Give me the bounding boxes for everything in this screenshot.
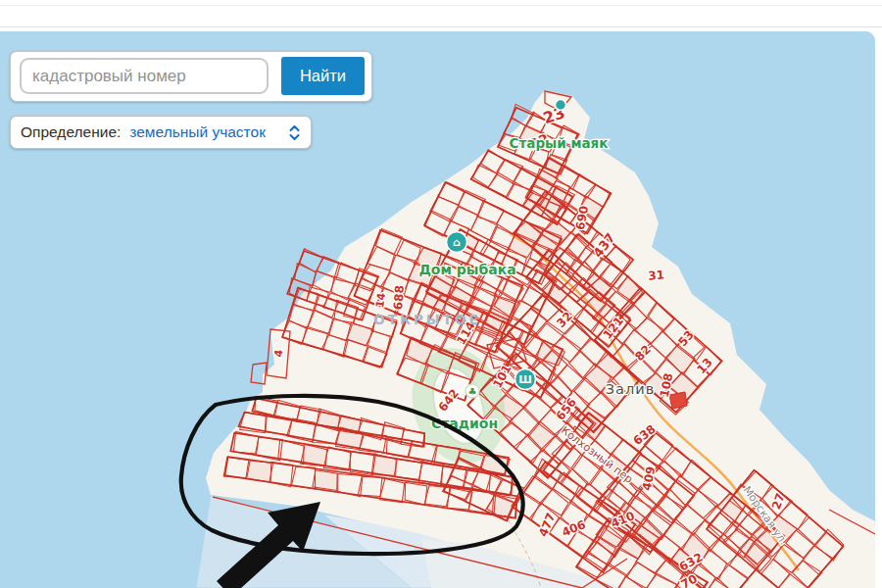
cadastral-parcel (313, 470, 337, 491)
select-chevron-icon (288, 124, 301, 141)
parcel-number-label: 14 (373, 292, 388, 309)
lighthouse-poi[interactable] (556, 100, 566, 111)
top-divider-line (0, 5, 882, 6)
selected-parcel-highlight (669, 392, 687, 409)
svg-text:⌂: ⌂ (453, 236, 461, 249)
parcel-number-label: 688 (391, 285, 407, 311)
school-poi[interactable]: Ш (515, 369, 536, 390)
parcel-number-label: 31 (648, 268, 665, 282)
cadastral-number-input[interactable] (20, 58, 269, 94)
parcel-number-label: 4 (272, 349, 286, 358)
fisherman-house-poi[interactable]: ⌂ (447, 232, 467, 253)
cadastral-map-page: { "search": { "placeholder": "кадастровы… (0, 0, 882, 588)
search-panel: Найти (10, 51, 372, 102)
poi-name-label: Дом рыбака (418, 262, 515, 277)
locality-watermark-label: ОТКРЫТОЕ (373, 312, 481, 327)
stadium-tree-poi[interactable]: ♣ (466, 384, 479, 398)
bay-label: Залив (606, 381, 655, 397)
poi-name-label: Старый маяк (510, 135, 609, 151)
definition-label: Определение: (21, 123, 121, 141)
find-button[interactable]: Найти (281, 57, 365, 95)
definition-panel: Определение: земельный участок (10, 116, 312, 149)
svg-text:Ш: Ш (518, 373, 532, 386)
definition-selected-value: земельный участок (129, 123, 266, 141)
svg-text:♣: ♣ (468, 386, 477, 397)
definition-select[interactable]: земельный участок (129, 123, 301, 141)
second-divider-line (0, 26, 882, 27)
